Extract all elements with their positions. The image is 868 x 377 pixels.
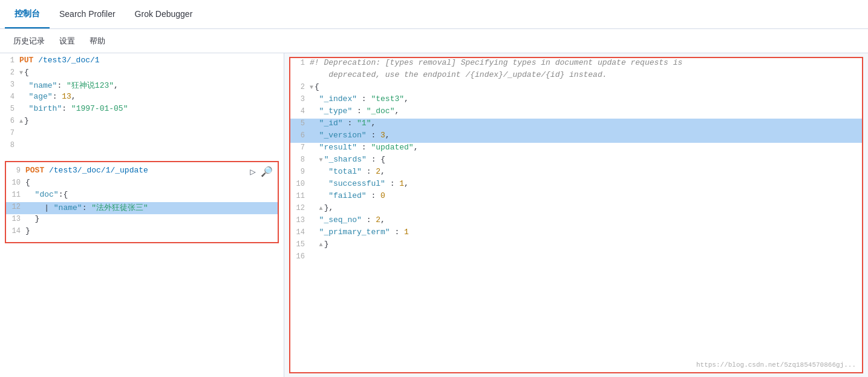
output-line: 4 "_type" : "_doc", (290, 107, 862, 119)
main-content: 1 PUT /test3/_doc/1 2 ▼{ 3 "name": "狂神说1… (0, 53, 868, 377)
output-line: 14 "_primary_term" : 1 (290, 228, 862, 240)
code-line-highlighted: 12 | "name": "法外狂徒张三" (6, 202, 278, 214)
code-line: 1 PUT /test3/_doc/1 (0, 56, 284, 68)
block-toolbar: ▷ 🔎 (250, 166, 273, 178)
code-line: 9 POST /test3/_doc/1/_update (6, 166, 278, 178)
nav-settings[interactable]: 设置 (53, 33, 81, 49)
nav-item-console[interactable]: 控制台 (5, 0, 50, 28)
nav-help[interactable]: 帮助 (83, 33, 111, 49)
code-line: 4 "age": 13, (0, 92, 284, 104)
code-line: 6 ▲} (0, 116, 284, 128)
output-line-highlighted: 5 "_id" : "1", (290, 119, 862, 131)
second-navigation: 历史记录 设置 帮助 (0, 29, 868, 53)
code-line: 14 } (6, 226, 278, 238)
code-line: 11 "doc":{ (6, 190, 278, 202)
output-line: 7 "result" : "updated", (290, 143, 862, 155)
output-line: 2 ▼{ (290, 82, 862, 94)
right-output-panel: 1 #! Deprecation: [types removal] Specif… (289, 57, 863, 373)
output-line: 10 "successful" : 1, (290, 179, 862, 191)
output-line: 3 "_index" : "test3", (290, 94, 862, 107)
code-line: 2 ▼{ (0, 68, 284, 80)
second-code-block: ▷ 🔎 9 POST /test3/_doc/1/_update 10 { 11… (5, 161, 279, 243)
code-line: 8 (0, 140, 284, 152)
nav-history[interactable]: 历史记录 (7, 33, 51, 49)
watermark: https://blog.csdn.net/5zq1854570866gj... (696, 361, 856, 369)
code-line: 13 } (6, 214, 278, 226)
output-line: 11 "failed" : 0 (290, 191, 862, 203)
output-line: 1 deprecated, use the endpoint /{index}/… (290, 70, 862, 82)
run-icon[interactable]: ▷ (250, 166, 256, 178)
output-line: 8 ▼"_shards" : { (290, 155, 862, 167)
top-navigation: 控制台 Search Profiler Grok Debugger (0, 0, 868, 29)
code-line: 10 { (6, 178, 278, 190)
output-line: 9 "total" : 2, (290, 167, 862, 179)
left-editor-panel[interactable]: 1 PUT /test3/_doc/1 2 ▼{ 3 "name": "狂神说1… (0, 53, 284, 377)
output-line-highlighted: 6 "_version" : 3, (290, 131, 862, 143)
code-line: 5 "birth": "1997-01-05" (0, 104, 284, 116)
nav-item-grok-debugger[interactable]: Grok Debugger (125, 0, 203, 28)
code-line: 3 "name": "狂神说123", (0, 80, 284, 92)
first-code-block: 1 PUT /test3/_doc/1 2 ▼{ 3 "name": "狂神说1… (0, 53, 284, 157)
output-line: 13 "_seq_no" : 2, (290, 215, 862, 228)
output-line: 12 ▲}, (290, 203, 862, 215)
output-line: 15 ▲} (290, 240, 862, 252)
code-line: 7 (0, 128, 284, 140)
output-line: 1 #! Deprecation: [types removal] Specif… (290, 58, 862, 70)
copy-icon[interactable]: 🔎 (261, 166, 273, 178)
output-line: 16 (290, 252, 862, 264)
nav-item-search-profiler[interactable]: Search Profiler (50, 0, 125, 28)
